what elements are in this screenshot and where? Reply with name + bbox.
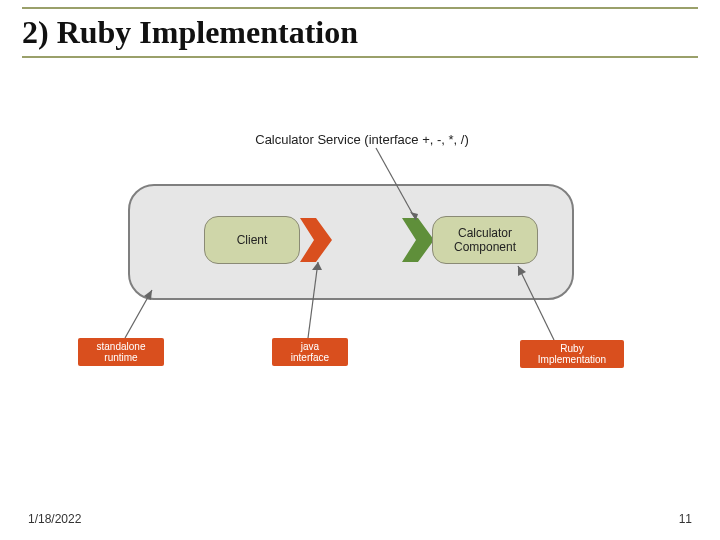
interface-label: Calculator Service (interface +, -, *, /… [232, 132, 492, 147]
client-box: Client [204, 216, 300, 264]
calculator-component-box: Calculator Component [432, 216, 538, 264]
badge-ruby-implementation: Ruby Implementation [520, 340, 624, 368]
footer-date: 1/18/2022 [28, 512, 81, 526]
badge-ruby-label: Ruby Implementation [538, 343, 606, 365]
badge-standalone-label: standalone runtime [97, 341, 146, 363]
page-title: 2) Ruby Implementation [22, 14, 358, 51]
badge-java-interface: java interface [272, 338, 348, 366]
badge-java-label: java interface [291, 341, 329, 363]
component-label: Calculator Component [454, 226, 516, 255]
footer-page: 11 [679, 512, 692, 526]
client-label: Client [237, 233, 268, 247]
badge-standalone: standalone runtime [78, 338, 164, 366]
slide: 2) Ruby Implementation Calculator Servic… [0, 0, 720, 540]
title-underline [22, 56, 698, 58]
rule-top [22, 7, 698, 9]
